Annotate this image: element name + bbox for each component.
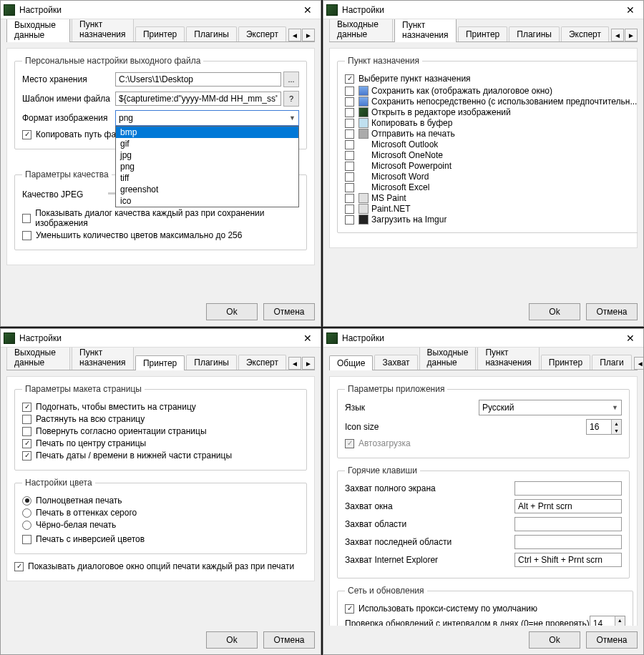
tab-scroll-left[interactable]: ◄ xyxy=(288,29,301,41)
destination-checkbox[interactable] xyxy=(345,140,354,149)
ok-button[interactable]: Ok xyxy=(206,303,258,320)
reduce-colors-checkbox[interactable] xyxy=(22,231,31,240)
tab-printer[interactable]: Принтер xyxy=(541,355,590,370)
tab-output[interactable]: Выходные данные xyxy=(6,348,70,370)
tab-destination[interactable]: Пункт назначения xyxy=(72,348,134,370)
cancel-button[interactable]: Отмена xyxy=(586,631,638,649)
destination-item: Загрузить на Imgur xyxy=(345,215,637,225)
close-icon[interactable]: ✕ xyxy=(620,2,640,18)
spin-up[interactable]: ▲ xyxy=(615,616,625,624)
tab-scroll-right[interactable]: ► xyxy=(302,29,315,41)
tab-capture[interactable]: Захват xyxy=(374,355,417,370)
tab-expert[interactable]: Эксперт xyxy=(238,26,286,41)
tab-printer[interactable]: Принтер xyxy=(458,26,507,41)
tab-scroll-right[interactable]: ► xyxy=(302,357,315,370)
ok-button[interactable]: Ok xyxy=(529,631,580,649)
tab-expert[interactable]: Эксперт xyxy=(238,355,286,370)
tab-output[interactable]: Выходные данные xyxy=(6,19,70,42)
destination-checkbox[interactable] xyxy=(345,215,354,225)
destination-checkbox[interactable] xyxy=(345,87,354,96)
iconsize-stepper[interactable]: ▲ ▼ xyxy=(586,419,622,435)
tab-plugins[interactable]: Плагины xyxy=(186,355,237,370)
destination-label: Microsoft OneNote xyxy=(371,150,443,160)
format-option[interactable]: greenshot xyxy=(116,184,298,195)
group-hotkeys: Горячие клавиши Захват полного экранаЗах… xyxy=(337,466,630,578)
hotkey-input[interactable] xyxy=(514,517,622,531)
ok-button[interactable]: Ok xyxy=(529,303,580,320)
destination-checkbox[interactable] xyxy=(345,162,354,171)
destination-checkbox[interactable] xyxy=(345,205,354,214)
destination-checkbox[interactable] xyxy=(345,97,354,107)
hotkey-input[interactable] xyxy=(514,553,622,567)
update-interval-input[interactable] xyxy=(590,617,615,626)
close-icon[interactable]: ✕ xyxy=(620,330,640,346)
choose-destination-checkbox[interactable] xyxy=(345,74,354,84)
tab-scroll-left[interactable]: ◄ xyxy=(611,29,624,41)
close-icon[interactable]: ✕ xyxy=(298,2,318,18)
tab-scroll-right[interactable]: ► xyxy=(625,29,638,41)
tab-destination[interactable]: Пункт назначения xyxy=(72,19,134,41)
storage-input[interactable] xyxy=(115,72,281,87)
show-print-dialog-checkbox[interactable] xyxy=(14,562,24,571)
hotkey-input[interactable] xyxy=(514,535,622,549)
tab-plugins[interactable]: Плагины xyxy=(186,26,237,41)
spin-up[interactable]: ▲ xyxy=(611,420,621,427)
invert-colors-checkbox[interactable] xyxy=(22,535,31,544)
hotkey-input[interactable] xyxy=(514,481,622,496)
destination-checkbox[interactable] xyxy=(345,151,354,160)
color-radio[interactable] xyxy=(22,508,31,518)
destination-checkbox[interactable] xyxy=(345,194,354,203)
destination-checkbox[interactable] xyxy=(345,183,354,192)
destination-checkbox[interactable] xyxy=(345,129,354,139)
update-interval-stepper[interactable]: ▲ ▼ xyxy=(590,616,625,626)
layout-checkbox[interactable] xyxy=(22,439,31,448)
help-button[interactable]: ? xyxy=(283,91,299,107)
format-option[interactable]: jpg xyxy=(116,149,298,161)
format-select[interactable]: png ▼ xyxy=(115,110,299,126)
spin-down[interactable]: ▼ xyxy=(611,427,621,434)
destination-checkbox[interactable] xyxy=(345,172,354,182)
copy-path-label: Копировать путь фай xyxy=(36,129,121,139)
template-input[interactable] xyxy=(115,92,281,106)
destination-checkbox[interactable] xyxy=(345,119,354,128)
tab-expert[interactable]: Эксперт xyxy=(561,26,609,41)
format-option[interactable]: bmp xyxy=(116,127,298,138)
language-select[interactable]: Русский ▼ xyxy=(479,400,622,415)
tab-scroll-left[interactable]: ◄ xyxy=(634,357,643,370)
tab-output[interactable]: Выходные данные xyxy=(419,348,477,370)
layout-checkbox[interactable] xyxy=(22,415,31,424)
use-system-proxy-checkbox[interactable] xyxy=(345,604,354,614)
iconsize-input[interactable] xyxy=(587,420,611,433)
close-icon[interactable]: ✕ xyxy=(298,330,318,346)
format-option[interactable]: ico xyxy=(116,195,298,207)
format-option[interactable]: gif xyxy=(116,138,298,149)
cancel-button[interactable]: Отмена xyxy=(263,631,315,649)
green-icon xyxy=(358,107,369,117)
format-option[interactable]: png xyxy=(116,161,298,172)
layout-checkbox[interactable] xyxy=(22,451,31,461)
format-option[interactable]: tiff xyxy=(116,172,298,184)
tab-general[interactable]: Общие xyxy=(329,355,373,370)
tab-destination[interactable]: Пункт назначения xyxy=(477,348,539,370)
tab-output[interactable]: Выходные данные xyxy=(329,19,393,41)
color-radio[interactable] xyxy=(22,521,31,530)
cancel-button[interactable]: Отмена xyxy=(263,303,315,320)
panel-destination: Пункт назначения Выберите пункт назначен… xyxy=(329,48,638,248)
color-radio[interactable] xyxy=(22,496,31,506)
layout-checkbox[interactable] xyxy=(22,403,31,412)
tab-plugins[interactable]: Плагины xyxy=(509,26,560,41)
tab-printer[interactable]: Принтер xyxy=(135,26,185,41)
tab-plugins-cut[interactable]: Плаги xyxy=(592,355,631,370)
tab-printer[interactable]: Принтер xyxy=(135,355,185,370)
cancel-button[interactable]: Отмена xyxy=(586,303,638,320)
destination-checkbox[interactable] xyxy=(345,108,354,117)
hotkey-input[interactable] xyxy=(514,499,622,513)
show-quality-dialog-checkbox[interactable] xyxy=(22,214,31,223)
tab-destination[interactable]: Пункт назначения xyxy=(394,19,457,42)
copy-path-checkbox[interactable] xyxy=(22,130,31,139)
titlebar: Настройки ✕ xyxy=(1,1,321,19)
browse-button[interactable]: ... xyxy=(283,72,299,87)
tab-scroll-left[interactable]: ◄ xyxy=(288,357,301,370)
ok-button[interactable]: Ok xyxy=(206,631,258,649)
layout-checkbox[interactable] xyxy=(22,427,31,436)
